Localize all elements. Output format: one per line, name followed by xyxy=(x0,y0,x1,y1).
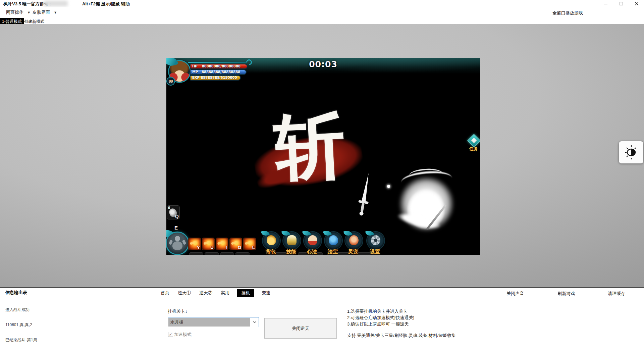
cooldown-strip xyxy=(189,252,203,255)
skin-menu-label: 皮肤界面 xyxy=(33,9,50,15)
skill-button-1[interactable]: Y xyxy=(188,238,201,250)
stage-select-value: 永月榭 xyxy=(168,318,250,327)
chevron-down-icon: ▼ xyxy=(28,11,30,14)
log-line: 已结束战斗-第1局 xyxy=(5,338,39,343)
skill-hotkey: U xyxy=(211,245,214,250)
player-level-badge: 88 xyxy=(166,77,175,86)
webpage-menu-button[interactable]: 网页操作 ▼ xyxy=(6,9,30,15)
refresh-game-button[interactable]: 刷新游戏 xyxy=(557,291,575,297)
instruction-line-2: 2.可选是否启动加速模式[快速通关] xyxy=(347,315,414,321)
clear-cache-button[interactable]: 清理缓存 xyxy=(608,291,625,297)
app-title: 枫叶V3.5 xyxy=(3,1,21,7)
skill-button-4[interactable]: O xyxy=(229,238,242,250)
brightness-contrast-icon xyxy=(624,145,639,160)
close-button[interactable] xyxy=(629,0,644,7)
monkey-icon xyxy=(349,235,359,245)
mp-bar: MP 88888888/88888888 xyxy=(190,69,247,75)
task-label: 任务 xyxy=(468,146,480,152)
log-line: 110601,真,真,2 xyxy=(5,322,39,328)
skillbook-icon xyxy=(287,235,297,245)
minimize-button[interactable] xyxy=(598,0,613,7)
settings-label: 设置 xyxy=(365,249,385,255)
slash-calligraphy-glyph: 斩 xyxy=(261,107,359,186)
game-viewport: 00:03 HP 88888888/88888888 MP 88888888/8… xyxy=(166,58,480,255)
skin-menu-button[interactable]: 皮肤界面 ▼ xyxy=(33,9,56,15)
tab-nitian-1[interactable]: 逆天① xyxy=(177,289,192,297)
skill-hotkey: Y xyxy=(197,245,200,250)
stop-nitian-button[interactable]: 关闭逆天 xyxy=(264,318,337,339)
mode-tab-bar: 1-普通模式 创建新模式 xyxy=(0,18,644,24)
hud-swoosh-decoration xyxy=(188,62,247,63)
bag-button[interactable] xyxy=(262,231,281,250)
item-hotkey: Q xyxy=(175,214,179,219)
fullwindow-play-button[interactable]: 全窗口播放游戏 xyxy=(552,10,583,16)
close-icon xyxy=(635,2,639,6)
function-tab-bar: 首页 逆天① 逆天② 实用 挂机 变速 xyxy=(160,289,271,297)
skill-hotkey: I xyxy=(226,245,227,250)
bottom-panel: 信息输出表 进入战斗成功 110601,真,真,2 已结束战斗-第1局 总耗时：… xyxy=(0,287,644,349)
minimize-icon xyxy=(604,2,608,6)
hp-label: HP xyxy=(192,65,198,68)
heartlaw-label: 心法 xyxy=(302,249,322,255)
treasure-gourd-icon xyxy=(329,235,338,245)
pet-label: 灵宠 xyxy=(343,249,363,255)
log-panel: 信息输出表 进入战斗成功 110601,真,真,2 已结束战斗-第1局 总耗时：… xyxy=(0,288,112,344)
bag-icon xyxy=(267,235,276,245)
tab-home[interactable]: 首页 xyxy=(160,289,170,297)
chevron-down-icon xyxy=(251,317,259,327)
gear-icon xyxy=(371,235,380,245)
titlebar: 枫叶V3.5 唯一官方群号 : Alt+F2键 显示/隐藏 辅助 xyxy=(0,0,644,7)
tab-nitian-2[interactable]: 逆天② xyxy=(199,289,213,297)
skills-label: 技能 xyxy=(281,249,301,255)
censored-group-number xyxy=(44,1,68,6)
instruction-divider xyxy=(347,330,419,330)
skills-menu-button[interactable] xyxy=(282,231,301,250)
mp-label: MP xyxy=(192,70,198,74)
stage-select[interactable]: 永月榭 xyxy=(168,317,259,327)
mute-sound-button[interactable]: 关闭声音 xyxy=(506,291,524,297)
settings-button[interactable] xyxy=(366,231,385,250)
instruction-line-3: 3.确认好以上两点即可 一键逆天 xyxy=(347,321,409,327)
tab-utility[interactable]: 实用 xyxy=(220,289,230,297)
bag-label: 背包 xyxy=(261,249,281,255)
maximize-icon xyxy=(619,2,623,6)
item-slot[interactable]: 0 Q xyxy=(167,205,180,219)
hp-bar: HP 88888888/88888888 xyxy=(190,64,248,69)
tab-speed[interactable]: 变速 xyxy=(261,289,271,297)
hotkey-hint: Alt+F2键 显示/隐藏 辅助 xyxy=(82,1,130,7)
skill-button-3[interactable]: I xyxy=(216,238,228,250)
spark-dot xyxy=(387,185,390,188)
skill-button-2[interactable]: U xyxy=(202,238,215,250)
treasure-button[interactable] xyxy=(324,231,343,250)
pet-summon-button[interactable] xyxy=(166,232,189,255)
stage-select-label: 挂机关卡↓ xyxy=(168,308,187,314)
exp-bar: EXP 88888888/5150000 xyxy=(190,75,241,81)
log-title: 信息输出表 xyxy=(5,290,27,296)
maximize-button[interactable] xyxy=(613,0,629,7)
tab-afk[interactable]: 挂机 xyxy=(237,289,254,297)
task-icon[interactable] xyxy=(467,134,480,147)
support-line: 支持 完美通关/关卡三星/刷经验,灵魂,装备,材料/智能收集 xyxy=(347,333,456,339)
cooldown-strip xyxy=(235,252,250,255)
skill-hotkey: O xyxy=(238,245,241,250)
pet-hotkey: E xyxy=(174,225,178,231)
treasure-label: 法宝 xyxy=(323,249,343,255)
hp-value: 88888888/88888888 xyxy=(198,65,245,68)
pet-ghost-body xyxy=(172,241,182,250)
item-count: 0 xyxy=(168,206,170,210)
cooldown-strip xyxy=(220,252,234,255)
exp-value: 88888888/5150000 xyxy=(200,76,238,80)
instruction-line-1: 1.选择要挂机的关卡并进入关卡 xyxy=(347,308,408,314)
pet-ghost-icon xyxy=(175,236,180,241)
pet-menu-button[interactable] xyxy=(344,231,363,250)
heartlaw-icon xyxy=(308,235,317,245)
chevron-down-icon: ▼ xyxy=(54,11,56,14)
exp-label: EXP xyxy=(192,76,200,80)
speed-mode-checkbox[interactable]: ✓ xyxy=(168,332,173,337)
mp-value: 88888888/88888888 xyxy=(198,70,244,74)
heartlaw-button[interactable] xyxy=(303,231,322,250)
check-icon: ✓ xyxy=(169,333,172,337)
skill-button-5[interactable]: L xyxy=(243,238,256,250)
brightness-widget[interactable] xyxy=(619,141,643,163)
pet-ghost-arm xyxy=(182,240,186,245)
